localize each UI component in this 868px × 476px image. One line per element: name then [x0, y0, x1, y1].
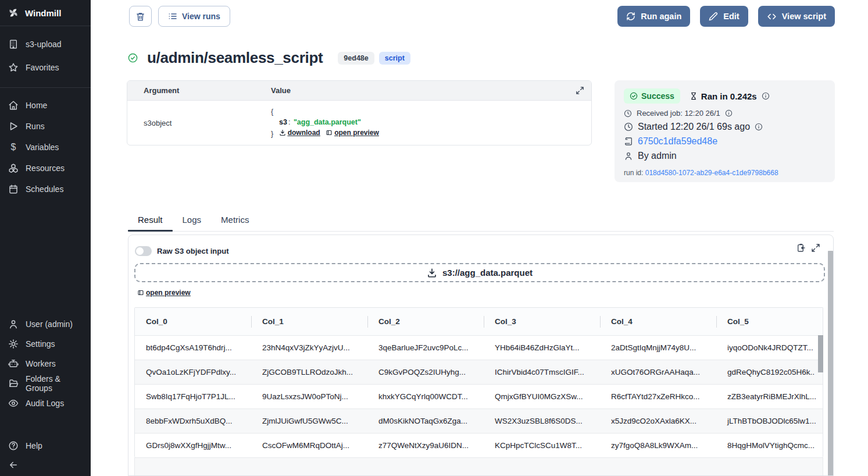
table-cell: IChirVbid4c07TmscIGIF...	[484, 360, 600, 384]
table-row: Swb8Iq17FqHjoT7P1JL... 9UazLsxzsJW0oPToN…	[135, 384, 823, 408]
download-link[interactable]: download	[279, 127, 320, 138]
sidebar-item-label: Resources	[26, 164, 65, 173]
duration-label: Ran in 0.242s	[701, 91, 757, 101]
delete-button[interactable]	[129, 6, 152, 27]
sidebar-item-label: User (admin)	[26, 319, 73, 329]
play-icon	[8, 121, 19, 132]
table-cell: R6cfTAYtd27xZeRHkco...	[600, 384, 716, 408]
sidebar-item-variables[interactable]: $ Variables	[0, 137, 91, 158]
sidebar-item-label: Help	[26, 441, 42, 450]
result-data-table: Col_0 Col_1 Col_2 Col_3 Col_4 Col_5 bt6d…	[134, 307, 823, 457]
tab-metrics[interactable]: Metrics	[211, 211, 259, 231]
table-row: bt6dp4CgXsA19T6hdrj... 23hN4qxV3jZkYyAzj…	[135, 335, 823, 360]
sidebar-item-folders-groups[interactable]: Folders & Groups	[0, 374, 91, 393]
check-circle-icon	[630, 92, 638, 100]
column-header: Col_3	[484, 308, 600, 335]
open-preview-link[interactable]: open preview	[137, 289, 191, 297]
table-cell: dM0sKikNOTaqGx6Zga...	[367, 408, 484, 433]
table-cell: 8ebbFxWDxrh5uXdBQ...	[135, 408, 251, 433]
table-cell: 3qeBarlueJF2uvc9PoLc...	[367, 335, 484, 360]
json-open-brace: {	[271, 106, 591, 117]
table-cell: YHb64iB46ZdHzGlaYt...	[484, 335, 600, 360]
table-scrollbar[interactable]	[818, 335, 823, 372]
boxes-icon	[8, 163, 19, 173]
expand-args-icon[interactable]	[576, 86, 591, 95]
sidebar-item-s3-upload[interactable]: s3-upload	[0, 33, 91, 56]
sidebar-item-user[interactable]: User (admin)	[0, 314, 91, 334]
run-id-link[interactable]: 018d4580-1072-ab29-e6a4-c1de9798b668	[645, 169, 778, 177]
table-cell: iyqoODoNk4JRDQTZT...	[716, 335, 823, 360]
run-id-label: run id:	[624, 169, 643, 177]
sidebar-item-label: Favorites	[26, 63, 59, 72]
help-circle-icon	[8, 441, 19, 451]
sidebar-item-settings[interactable]: Settings	[0, 334, 91, 354]
column-header: Col_4	[600, 308, 716, 335]
table-cell: zy7fgoQ8A8Lk9WXAm...	[600, 433, 716, 457]
worker-link[interactable]: 6750c1dfa59ed48e	[638, 136, 717, 147]
s3-download-button[interactable]: s3://agg_data.parquet	[134, 263, 825, 282]
sidebar-item-label: s3-upload	[26, 40, 62, 49]
table-cell: z77QWeNtXzy9aU6IDN...	[367, 433, 484, 457]
home-icon	[8, 100, 19, 111]
view-script-label: View script	[782, 12, 826, 21]
table-cell: x5Jzd9cO2oXAxla6KX...	[600, 408, 716, 433]
tab-logs[interactable]: Logs	[173, 211, 212, 231]
view-runs-button[interactable]: View runs	[158, 6, 230, 27]
dollar-icon: $	[8, 142, 19, 152]
tab-result[interactable]: Result	[128, 211, 173, 231]
user-icon	[8, 319, 19, 329]
arguments-table: Argument Value s3object { s3: "agg_data.…	[127, 80, 592, 145]
download-icon	[427, 268, 437, 278]
table-cell: 9UazLsxzsJW0oPToNj...	[251, 384, 367, 408]
open-preview-label: open preview	[334, 127, 379, 138]
info-icon[interactable]	[725, 109, 733, 117]
run-status-panel: Success Ran in 0.242s Received job: 12:2…	[615, 80, 835, 182]
panel-preview-icon	[326, 129, 333, 136]
sidebar-item-schedules[interactable]: Schedules	[0, 179, 91, 200]
collapse-sidebar-button[interactable]	[0, 459, 91, 471]
sidebar-item-resources[interactable]: Resources	[0, 158, 91, 179]
table-cell: ZjmlJUiGwfU5GWw5C...	[251, 408, 367, 433]
column-header: Col_2	[367, 308, 484, 335]
json-close-brace: }	[271, 130, 273, 138]
status-badge-label: Success	[641, 91, 674, 101]
sidebar-item-favorites[interactable]: Favorites	[0, 56, 91, 79]
table-cell: xUGOt76ORGrAAHaqa...	[600, 360, 716, 384]
folder-icon	[8, 378, 19, 389]
sidebar-item-label: Workers	[26, 359, 56, 368]
table-cell: 8HqgHMolVYtighQcmc...	[716, 433, 823, 457]
edit-button[interactable]: Edit	[700, 6, 748, 27]
download-icon	[279, 129, 286, 136]
panel-preview-icon	[137, 289, 144, 296]
copy-result-icon[interactable]	[796, 243, 806, 253]
trash-icon	[135, 12, 145, 22]
run-again-button[interactable]: Run again	[617, 6, 690, 27]
panel-scrollbar[interactable]	[828, 251, 833, 476]
edit-label: Edit	[723, 12, 739, 21]
main-content: View runs Run again Edit View script u/a	[91, 0, 868, 476]
sidebar-item-label: Home	[26, 101, 47, 110]
table-cell: C9kGvPOQZs2IUHyhg...	[367, 360, 484, 384]
table-cell: Swb8Iq17FqHjoT7P1JL...	[135, 384, 251, 408]
info-icon[interactable]	[762, 92, 770, 100]
sidebar-item-audit-logs[interactable]: Audit Logs	[0, 393, 91, 413]
table-cell: ZjGCOB9TLLROdzoJkh...	[251, 360, 367, 384]
duration: Ran in 0.242s	[690, 91, 757, 101]
open-preview-link[interactable]: open preview	[326, 127, 379, 138]
raw-s3-toggle-label: Raw S3 object input	[157, 247, 229, 255]
sidebar-item-workers[interactable]: Workers	[0, 354, 91, 374]
building-icon	[8, 39, 19, 49]
info-icon[interactable]	[755, 123, 763, 131]
args-col-value: Value	[271, 86, 576, 95]
expand-result-icon[interactable]	[811, 243, 820, 253]
sidebar-item-home[interactable]: Home	[0, 95, 91, 116]
brand[interactable]: Windmill	[0, 0, 91, 26]
sidebar: Windmill s3-upload Favorites Home	[0, 0, 91, 476]
table-cell: jLThBTbOBJODlc65lw1...	[716, 408, 823, 433]
brand-label: Windmill	[25, 8, 61, 18]
raw-s3-toggle[interactable]	[135, 246, 152, 256]
view-script-button[interactable]: View script	[758, 6, 835, 27]
sidebar-item-runs[interactable]: Runs	[0, 116, 91, 137]
sidebar-item-help[interactable]: Help	[0, 436, 91, 456]
json-colon: :	[287, 118, 291, 126]
